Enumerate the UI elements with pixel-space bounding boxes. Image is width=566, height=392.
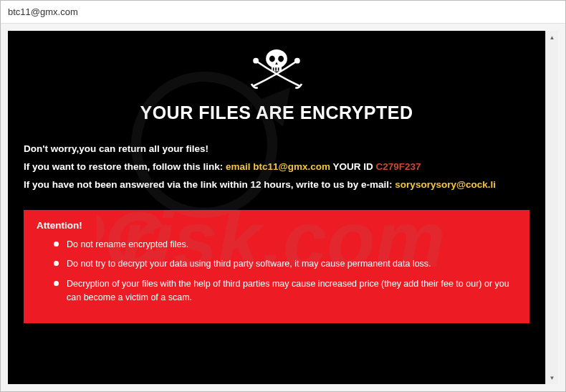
line2-prefix: If you want to restore them, follow this… — [24, 161, 226, 172]
info-line-3: If you have not been answered via the li… — [24, 176, 529, 194]
svg-rect-6 — [273, 67, 274, 70]
info-line-2: If you want to restore them, follow this… — [24, 158, 529, 176]
content-area: YOUR FILES ARE ENCRYPTED Don't worry,you… — [1, 24, 565, 391]
attention-title: Attention! — [37, 220, 517, 231]
svg-rect-8 — [278, 67, 279, 70]
line2-email-label: email — [226, 161, 253, 172]
victim-id: C279F237 — [376, 161, 421, 172]
svg-point-0 — [295, 59, 299, 62]
list-item: Do not rename encrypted files. — [54, 238, 517, 252]
list-item: Do not try to decrypt your data using th… — [54, 257, 517, 271]
secondary-contact-email: sorysorysory@cock.li — [395, 179, 496, 190]
info-line-1: Don't worry,you can return all your file… — [24, 140, 529, 158]
vertical-scrollbar[interactable]: ▲ ▼ — [545, 31, 558, 384]
list-item: Decryption of your files with the help o… — [54, 277, 517, 305]
attention-box: Attention! Do not rename encrypted files… — [24, 210, 529, 324]
chevron-up-icon[interactable]: ▲ — [546, 31, 558, 44]
skull-crossbones-icon — [244, 84, 309, 96]
svg-point-4 — [269, 56, 275, 62]
svg-point-1 — [254, 59, 258, 62]
primary-contact-email: btc11@gmx.com — [253, 161, 330, 172]
skull-wrap — [24, 44, 529, 97]
line2-yourid-label: YOUR ID — [330, 161, 376, 172]
chevron-down-icon[interactable]: ▼ — [546, 371, 558, 384]
ransom-window: btc11@gmx.com — [0, 0, 566, 392]
window-title: btc11@gmx.com — [8, 6, 78, 17]
main-heading: YOUR FILES ARE ENCRYPTED — [24, 102, 529, 123]
svg-rect-7 — [275, 67, 277, 70]
info-lines: Don't worry,you can return all your file… — [24, 140, 529, 194]
attention-list: Do not rename encrypted files. Do not tr… — [37, 238, 517, 305]
svg-point-5 — [278, 56, 284, 62]
line3-prefix: If you have not been answered via the li… — [24, 179, 395, 190]
titlebar: btc11@gmx.com — [1, 1, 565, 24]
ransom-body: YOUR FILES ARE ENCRYPTED Don't worry,you… — [8, 31, 545, 384]
